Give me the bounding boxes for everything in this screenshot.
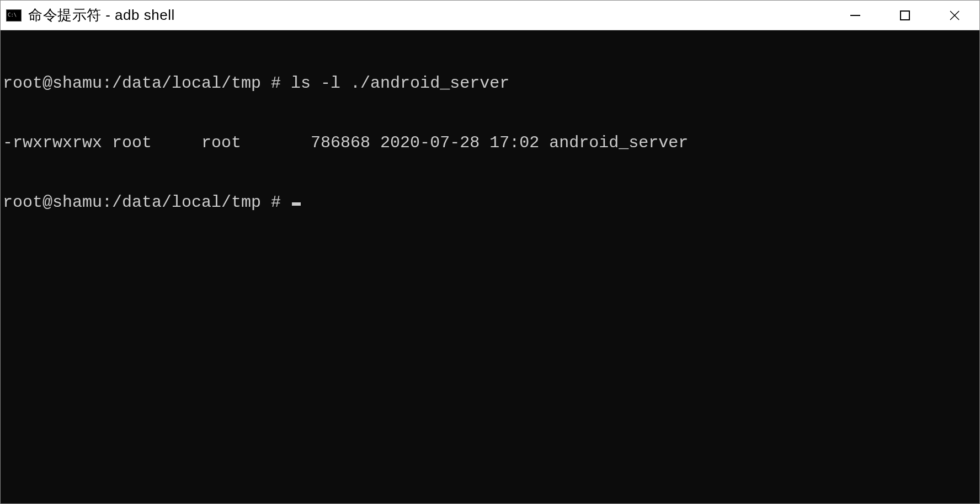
cursor [292,202,301,206]
minimize-icon [850,15,860,16]
maximize-button[interactable] [880,1,930,30]
cmd-icon-text: C:\ [8,13,17,18]
titlebar[interactable]: C:\ 命令提示符 - adb shell [1,1,979,30]
close-button[interactable] [930,1,979,30]
minimize-button[interactable] [830,1,880,30]
maximize-icon [900,10,910,20]
terminal-area[interactable]: root@shamu:/data/local/tmp # ls -l ./and… [1,30,979,503]
cmd-icon: C:\ [6,9,22,22]
terminal-line: -rwxrwxrwx root root 786868 2020-07-28 1… [3,133,977,153]
window: C:\ 命令提示符 - adb shell root@shamu:/data/l… [0,0,980,504]
window-controls [830,1,979,30]
window-title: 命令提示符 - adb shell [28,6,175,25]
terminal-prompt-line: root@shamu:/data/local/tmp # [3,192,977,212]
terminal-prompt-text: root@shamu:/data/local/tmp # [3,193,291,212]
close-icon [949,10,960,21]
terminal-line: root@shamu:/data/local/tmp # ls -l ./and… [3,73,977,93]
